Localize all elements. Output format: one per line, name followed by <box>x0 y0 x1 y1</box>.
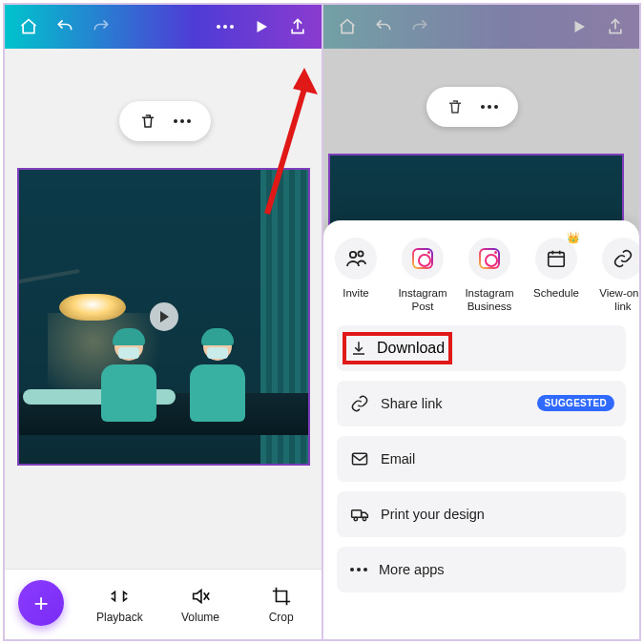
svg-rect-7 <box>353 453 367 465</box>
email-button[interactable]: Email <box>337 436 626 482</box>
email-icon <box>350 449 369 468</box>
play-icon[interactable] <box>243 9 280 45</box>
print-label: Print your design <box>381 507 485 522</box>
more-apps-button[interactable]: More apps <box>337 547 626 592</box>
share-invite[interactable]: Invite <box>323 238 388 314</box>
svg-point-10 <box>363 517 365 520</box>
canvas-area <box>5 49 322 639</box>
svg-marker-1 <box>293 68 318 94</box>
trash-icon[interactable] <box>139 113 156 130</box>
volume-label: Volume <box>181 611 219 624</box>
share-link-label: Share link <box>381 396 442 411</box>
share-schedule[interactable]: 👑 Schedule <box>524 238 589 314</box>
trash-icon <box>447 98 464 115</box>
svg-point-4 <box>350 252 356 258</box>
home-icon[interactable] <box>10 9 47 45</box>
svg-point-9 <box>354 517 357 520</box>
svg-rect-8 <box>352 509 362 517</box>
share-link-button[interactable]: Share link SUGGESTED <box>337 381 626 426</box>
canvas-context-pill <box>119 101 211 141</box>
play-overlay-icon[interactable] <box>150 302 178 331</box>
share-actions-list: Download Share link SUGGESTED Email Prin… <box>323 318 639 606</box>
more-apps-label: More apps <box>379 562 445 577</box>
suggested-badge: SUGGESTED <box>537 395 615 411</box>
share-instagram-post[interactable]: Instagram Post <box>390 238 455 314</box>
playback-label: Playback <box>96 611 143 624</box>
undo-icon[interactable] <box>47 9 83 45</box>
editor-header <box>5 5 322 49</box>
svg-point-5 <box>358 251 363 256</box>
more-icon[interactable] <box>207 9 243 45</box>
truck-icon <box>350 505 369 524</box>
more-icon <box>481 105 498 109</box>
video-frame[interactable] <box>17 168 310 466</box>
svg-rect-6 <box>549 253 565 267</box>
playback-button[interactable]: Playback <box>79 586 160 624</box>
share-icon[interactable] <box>280 9 316 45</box>
share-view-only-link[interactable]: View-only link <box>591 238 639 314</box>
share-screen: Invite Instagram Post Instagram Business… <box>323 5 639 639</box>
share-sheet: Invite Instagram Post Instagram Business… <box>323 220 639 639</box>
crown-icon: 👑 <box>567 232 580 244</box>
print-button[interactable]: Print your design <box>337 491 626 537</box>
redo-icon[interactable] <box>83 9 119 45</box>
email-label: Email <box>381 451 415 467</box>
pane-divider <box>322 5 323 639</box>
annotation-highlight: Download <box>343 332 452 364</box>
editor-screen: Playback Volume Crop + <box>5 5 322 639</box>
volume-button[interactable]: Volume <box>160 586 241 624</box>
canvas-context-pill <box>426 87 518 127</box>
share-item-label: Schedule <box>533 287 579 301</box>
share-item-label: Invite <box>343 287 369 301</box>
share-item-label: Instagram Business <box>457 287 522 314</box>
share-item-label: View-only link <box>591 287 639 314</box>
download-button[interactable]: Download <box>337 325 626 371</box>
add-button[interactable]: + <box>18 580 64 626</box>
link-icon <box>350 394 369 413</box>
crop-button[interactable]: Crop <box>240 586 322 624</box>
share-instagram-business[interactable]: Instagram Business <box>457 238 522 314</box>
share-item-label: Instagram Post <box>390 287 455 314</box>
more-icon <box>350 568 367 571</box>
more-icon[interactable] <box>174 119 191 123</box>
share-destinations: Invite Instagram Post Instagram Business… <box>323 220 639 318</box>
download-icon <box>350 340 367 357</box>
crop-label: Crop <box>269 611 294 624</box>
download-label: Download <box>377 340 445 357</box>
